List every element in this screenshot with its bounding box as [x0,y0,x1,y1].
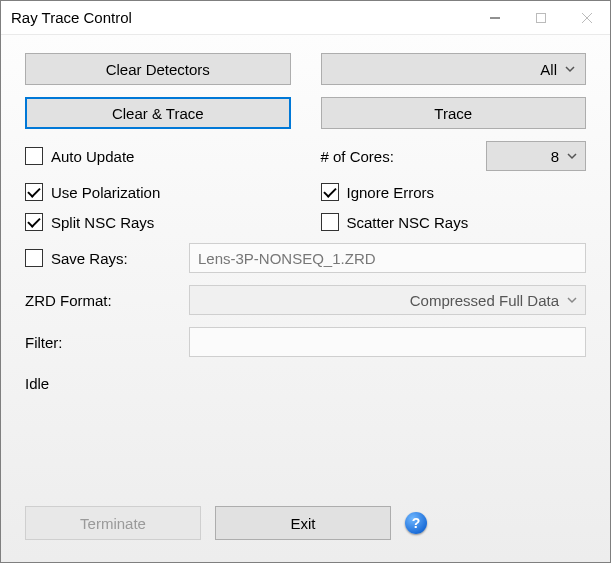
cores-row: # of Cores: 8 [321,141,587,171]
save-rays-check-group: Save Rays: [25,249,175,267]
top-button-grid: Clear Detectors All Clear & Trace Trace … [25,53,586,231]
trace-label: Trace [434,105,472,122]
cores-value: 8 [551,148,559,165]
save-rays-checkbox[interactable] [25,249,43,267]
ignore-errors-checkbox[interactable] [321,183,339,201]
save-rays-row: Save Rays: Lens-3P-NONSEQ_1.ZRD [25,243,586,273]
close-icon [581,12,593,24]
maximize-button [518,1,564,34]
split-nsc-checkbox[interactable] [25,213,43,231]
client-area: Clear Detectors All Clear & Trace Trace … [1,35,610,562]
window-title: Ray Trace Control [11,9,132,26]
zrd-format-row: ZRD Format: Compressed Full Data [25,285,586,315]
chevron-down-icon [565,64,575,74]
filter-label: Filter: [25,334,175,351]
scatter-nsc-label: Scatter NSC Rays [347,214,469,231]
filter-row: Filter: [25,327,586,357]
terminate-button: Terminate [25,506,201,540]
minimize-icon [489,12,501,24]
maximize-icon [535,12,547,24]
save-rays-file-value: Lens-3P-NONSEQ_1.ZRD [198,250,376,267]
zrd-format-select[interactable]: Compressed Full Data [189,285,586,315]
use-polarization-row: Use Polarization [25,183,291,201]
auto-update-checkbox[interactable] [25,147,43,165]
exit-button[interactable]: Exit [215,506,391,540]
exit-label: Exit [290,515,315,532]
ignore-errors-label: Ignore Errors [347,184,435,201]
status-text: Idle [25,375,586,392]
split-nsc-label: Split NSC Rays [51,214,154,231]
detector-scope-dropdown[interactable]: All [321,53,587,85]
zrd-format-value: Compressed Full Data [410,292,559,309]
terminate-label: Terminate [80,515,146,532]
cores-select[interactable]: 8 [486,141,586,171]
chevron-down-icon [567,295,577,305]
scatter-nsc-checkbox[interactable] [321,213,339,231]
cores-label: # of Cores: [321,148,394,165]
minimize-button[interactable] [472,1,518,34]
ignore-errors-row: Ignore Errors [321,183,587,201]
filter-input[interactable] [189,327,586,357]
clear-and-trace-button[interactable]: Clear & Trace [25,97,291,129]
clear-detectors-label: Clear Detectors [106,61,210,78]
detector-scope-value: All [540,61,557,78]
save-rays-file-input[interactable]: Lens-3P-NONSEQ_1.ZRD [189,243,586,273]
split-nsc-row: Split NSC Rays [25,213,291,231]
clear-and-trace-label: Clear & Trace [112,105,204,122]
zrd-format-label: ZRD Format: [25,292,175,309]
footer: Terminate Exit ? [25,490,586,540]
help-button[interactable]: ? [405,512,427,534]
use-polarization-label: Use Polarization [51,184,160,201]
close-button[interactable] [564,1,610,34]
trace-button[interactable]: Trace [321,97,587,129]
use-polarization-checkbox[interactable] [25,183,43,201]
help-icon: ? [412,515,421,531]
window-buttons [472,1,610,34]
chevron-down-icon [567,151,577,161]
titlebar: Ray Trace Control [1,1,610,35]
svg-rect-1 [537,13,546,22]
ray-trace-control-window: Ray Trace Control Clear Detectors All Cl [0,0,611,563]
auto-update-label: Auto Update [51,148,134,165]
auto-update-row: Auto Update [25,141,291,171]
save-rays-label: Save Rays: [51,250,128,267]
clear-detectors-button[interactable]: Clear Detectors [25,53,291,85]
scatter-nsc-row: Scatter NSC Rays [321,213,587,231]
